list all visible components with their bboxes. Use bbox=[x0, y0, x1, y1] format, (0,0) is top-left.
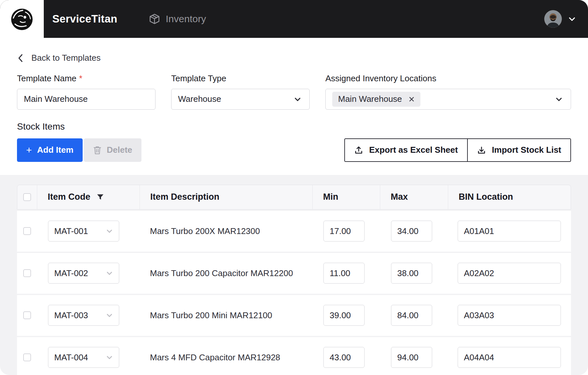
min-cell bbox=[312, 253, 380, 294]
item-code-cell: MAT-004 bbox=[37, 337, 139, 375]
max-cell bbox=[380, 211, 448, 252]
row-checkbox[interactable] bbox=[23, 227, 31, 235]
template-type-select[interactable]: Warehouse bbox=[171, 89, 310, 110]
required-asterisk: * bbox=[79, 73, 82, 84]
item-description-cell: Mars Turbo 200 Mini MAR12100 bbox=[139, 295, 312, 336]
export-upload-icon bbox=[354, 146, 363, 155]
chevron-down-icon bbox=[105, 269, 114, 277]
row-checkbox[interactable] bbox=[23, 269, 31, 277]
export-label: Export as Excel Sheet bbox=[369, 145, 458, 155]
back-link-label: Back to Templates bbox=[31, 53, 101, 63]
min-cell bbox=[312, 337, 380, 375]
row-select-cell bbox=[17, 337, 37, 375]
chevron-down-icon bbox=[105, 353, 114, 362]
select-all-checkbox[interactable] bbox=[23, 193, 31, 201]
column-min: Min bbox=[313, 185, 380, 209]
bin-cell bbox=[448, 295, 571, 336]
bin-cell bbox=[448, 337, 571, 375]
item-code-cell: MAT-001 bbox=[37, 211, 139, 252]
row-checkbox[interactable] bbox=[23, 311, 31, 319]
template-name-input[interactable] bbox=[17, 89, 155, 110]
table-row: MAT-004 Mars 4 MFD Capacitor MAR12928 bbox=[17, 337, 571, 375]
stock-items-title: Stock Items bbox=[17, 121, 571, 132]
max-input[interactable] bbox=[391, 221, 432, 242]
min-cell bbox=[312, 295, 380, 336]
min-cell bbox=[312, 211, 380, 252]
template-name-field: Template Name * bbox=[17, 73, 155, 110]
item-description-cell: Mars Turbo 200 Capacitor MAR12200 bbox=[139, 253, 312, 294]
assigned-locations-label: Assigned Inventory Locations bbox=[325, 73, 571, 84]
template-name-label: Template Name * bbox=[17, 73, 155, 84]
filter-icon[interactable] bbox=[96, 193, 104, 201]
item-code-cell: MAT-002 bbox=[37, 253, 139, 294]
bin-location-input[interactable] bbox=[458, 347, 561, 368]
import-stock-button[interactable]: Import Stock List bbox=[467, 139, 570, 161]
main-content: Back to Templates Template Name * Templa… bbox=[0, 38, 588, 162]
export-import-group: Export as Excel Sheet Import Stock List bbox=[344, 138, 571, 162]
stock-actions-row: + Add Item Delete bbox=[17, 138, 571, 162]
plus-icon: + bbox=[26, 145, 32, 155]
add-item-label: Add Item bbox=[37, 145, 74, 155]
import-label: Import Stock List bbox=[492, 145, 561, 155]
inventory-cube-icon bbox=[149, 13, 160, 25]
bin-location-input[interactable] bbox=[458, 221, 561, 242]
stock-items-table-section: Item Code Item Description Min Max BIN L… bbox=[0, 175, 588, 375]
row-checkbox[interactable] bbox=[23, 353, 31, 361]
template-type-label: Template Type bbox=[171, 73, 310, 84]
max-cell bbox=[380, 295, 448, 336]
max-input[interactable] bbox=[391, 347, 432, 368]
item-code-select[interactable]: MAT-001 bbox=[48, 221, 119, 242]
column-item-code: Item Code bbox=[37, 185, 140, 209]
item-description-cell: Mars 4 MFD Capacitor MAR12928 bbox=[139, 337, 312, 375]
export-excel-button[interactable]: Export as Excel Sheet bbox=[345, 139, 467, 161]
item-code-select[interactable]: MAT-003 bbox=[48, 305, 119, 326]
stock-items-table: Item Code Item Description Min Max BIN L… bbox=[17, 185, 571, 375]
nav-item-label: Inventory bbox=[166, 13, 206, 24]
assigned-locations-field: Assigned Inventory Locations Main Wareho… bbox=[325, 73, 571, 110]
page: ServiceTitan Inventory bbox=[0, 0, 588, 375]
brand-title: ServiceTitan bbox=[52, 13, 117, 25]
max-input[interactable] bbox=[391, 263, 432, 284]
table-row: MAT-001 Mars Turbo 200X MAR12300 bbox=[17, 211, 571, 252]
max-input[interactable] bbox=[391, 305, 432, 326]
template-type-value: Warehouse bbox=[178, 94, 221, 104]
servicetitan-mascot-logo bbox=[0, 0, 44, 38]
column-bin-location: BIN Location bbox=[448, 185, 571, 209]
item-description: Mars Turbo 200 Capacitor MAR12200 bbox=[150, 268, 293, 278]
delete-button[interactable]: Delete bbox=[84, 138, 141, 162]
table-body: MAT-001 Mars Turbo 200X MAR12300 bbox=[17, 211, 571, 375]
chip-remove-icon[interactable] bbox=[409, 96, 415, 102]
add-item-button[interactable]: + Add Item bbox=[17, 138, 83, 162]
account-menu-chevron[interactable] bbox=[567, 14, 577, 24]
column-item-description: Item Description bbox=[140, 185, 313, 209]
table-row: MAT-002 Mars Turbo 200 Capacitor MAR1220… bbox=[17, 253, 571, 294]
chevron-down-icon bbox=[105, 311, 114, 320]
chevron-down-icon bbox=[105, 227, 114, 235]
min-input[interactable] bbox=[323, 263, 365, 284]
row-select-cell bbox=[17, 295, 37, 336]
user-avatar[interactable] bbox=[544, 10, 562, 28]
bin-location-input[interactable] bbox=[458, 305, 561, 326]
chevron-left-icon bbox=[17, 54, 24, 62]
back-to-templates-link[interactable]: Back to Templates bbox=[17, 53, 101, 63]
chevron-down-icon bbox=[567, 14, 577, 24]
min-input[interactable] bbox=[323, 347, 365, 368]
item-code-select[interactable]: MAT-004 bbox=[48, 347, 119, 368]
column-max: Max bbox=[380, 185, 448, 209]
nav-item-inventory[interactable]: Inventory bbox=[149, 13, 206, 25]
assigned-locations-select[interactable]: Main Warehouse bbox=[325, 89, 571, 110]
item-code-value: MAT-002 bbox=[54, 268, 88, 278]
top-bar: ServiceTitan Inventory bbox=[0, 0, 588, 38]
min-input[interactable] bbox=[323, 221, 365, 242]
select-all-cell bbox=[17, 185, 37, 209]
item-code-select[interactable]: MAT-002 bbox=[48, 263, 119, 284]
location-chip-label: Main Warehouse bbox=[338, 94, 402, 104]
import-download-icon bbox=[477, 146, 486, 155]
template-type-field: Template Type Warehouse bbox=[171, 73, 310, 110]
delete-label: Delete bbox=[107, 145, 132, 155]
min-input[interactable] bbox=[323, 305, 365, 326]
row-select-cell bbox=[17, 211, 37, 252]
table-header-row: Item Code Item Description Min Max BIN L… bbox=[17, 185, 571, 210]
mascot-icon bbox=[8, 5, 36, 33]
bin-location-input[interactable] bbox=[458, 263, 561, 284]
